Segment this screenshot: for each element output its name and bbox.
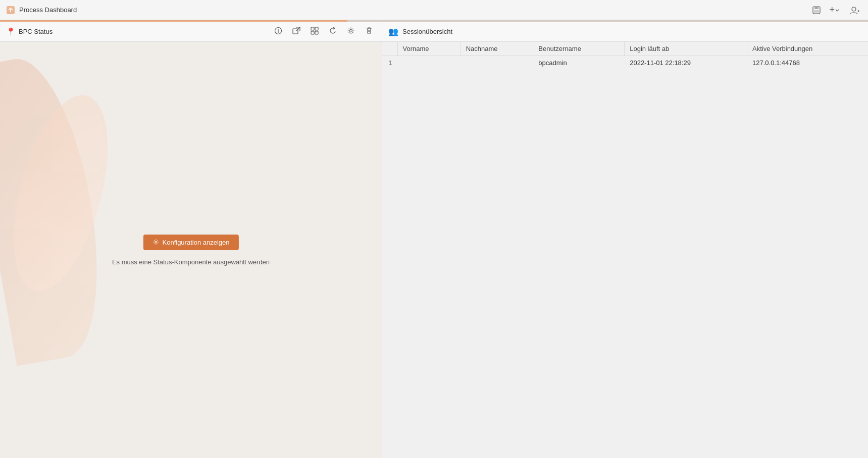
table-row[interactable]: 1 bpcadmin 2022-11-01 22:18:29 127.0.0.1… bbox=[382, 56, 868, 70]
col-header-benutzername: Benutzername bbox=[533, 42, 625, 56]
panel-toolbar-right: i bbox=[272, 25, 376, 38]
title-bar: Process Dashboard + bbox=[0, 0, 868, 20]
svg-text:i: i bbox=[278, 29, 279, 34]
svg-rect-10 bbox=[311, 31, 314, 34]
user-menu-button[interactable] bbox=[846, 4, 862, 17]
session-table[interactable]: Vorname Nachname Benutzername Login läuf… bbox=[382, 42, 868, 458]
cell-number: 1 bbox=[382, 56, 397, 70]
app-title: Process Dashboard bbox=[19, 6, 77, 14]
refresh-button[interactable] bbox=[326, 25, 339, 38]
bg-decoration-1 bbox=[0, 50, 117, 366]
title-bar-left: Process Dashboard bbox=[6, 6, 77, 15]
center-content: Konfiguration anzeigen Es muss eine Stat… bbox=[112, 235, 270, 266]
svg-rect-3 bbox=[814, 10, 819, 13]
cell-benutzername: bpcadmin bbox=[533, 56, 625, 70]
add-button[interactable]: + bbox=[827, 3, 842, 17]
cell-vorname bbox=[397, 56, 461, 70]
table-body: 1 bpcadmin 2022-11-01 22:18:29 127.0.0.1… bbox=[382, 56, 868, 70]
session-data-table: Vorname Nachname Benutzername Login läuf… bbox=[382, 42, 868, 70]
pin-icon: 📍 bbox=[6, 27, 16, 36]
svg-point-12 bbox=[350, 30, 352, 32]
cell-nachname bbox=[461, 56, 533, 70]
col-header-vorname: Vorname bbox=[397, 42, 461, 56]
config-button-label: Konfiguration anzeigen bbox=[163, 239, 230, 246]
save-button[interactable] bbox=[810, 4, 823, 17]
right-panel: 👥 Sessionübersicht Vorname Nachname Benu… bbox=[382, 22, 868, 458]
info-button[interactable]: i bbox=[272, 25, 285, 38]
app-icon bbox=[6, 6, 15, 15]
col-header-nachname: Nachname bbox=[461, 42, 533, 56]
cell-aktive-verbindungen: 127.0.0.1:44768 bbox=[747, 56, 869, 70]
main-area: 📍 BPC Status i bbox=[0, 22, 868, 458]
bg-decoration-2 bbox=[0, 85, 126, 301]
svg-rect-8 bbox=[311, 27, 314, 30]
left-panel-title: BPC Status bbox=[19, 28, 53, 35]
left-panel: 📍 BPC Status i bbox=[0, 22, 382, 458]
config-button[interactable]: Konfiguration anzeigen bbox=[143, 235, 239, 250]
delete-button[interactable] bbox=[363, 25, 376, 38]
col-header-number bbox=[382, 42, 397, 56]
table-header-row: Vorname Nachname Benutzername Login läuf… bbox=[382, 42, 868, 56]
svg-point-4 bbox=[852, 7, 856, 11]
col-header-verbindungen: Aktive Verbindungen bbox=[747, 42, 869, 56]
svg-rect-9 bbox=[315, 27, 318, 30]
right-panel-toolbar: 👥 Sessionübersicht bbox=[382, 22, 868, 42]
svg-rect-2 bbox=[814, 7, 819, 9]
open-external-button[interactable] bbox=[290, 25, 303, 38]
svg-rect-11 bbox=[315, 31, 318, 34]
cell-login-laeuft-ab: 2022-11-01 22:18:29 bbox=[625, 56, 747, 70]
svg-rect-7 bbox=[293, 29, 298, 34]
status-message: Es muss eine Status-Komponente ausgewähl… bbox=[112, 258, 270, 266]
panel-toolbar-left: 📍 BPC Status bbox=[6, 27, 53, 36]
title-bar-right: + bbox=[810, 3, 862, 17]
right-panel-title: Sessionübersicht bbox=[402, 28, 452, 35]
people-icon: 👥 bbox=[388, 27, 398, 36]
settings-button[interactable] bbox=[344, 25, 358, 38]
left-panel-toolbar: 📍 BPC Status i bbox=[0, 22, 382, 42]
split-button[interactable] bbox=[308, 25, 321, 38]
svg-point-13 bbox=[155, 241, 157, 243]
col-header-login: Login läuft ab bbox=[625, 42, 747, 56]
left-panel-content: Konfiguration anzeigen Es muss eine Stat… bbox=[0, 42, 382, 458]
